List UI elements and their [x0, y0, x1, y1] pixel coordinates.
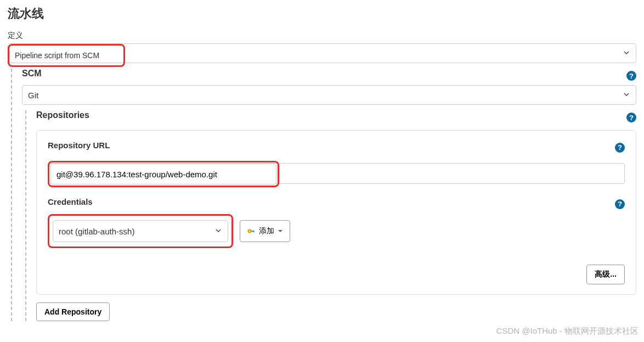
caret-down-icon — [278, 227, 283, 236]
help-icon[interactable]: ? — [626, 113, 636, 122]
credentials-label: Credentials — [48, 197, 93, 206]
section-title: 流水线 — [8, 5, 636, 22]
svg-point-1 — [249, 231, 250, 232]
key-icon — [247, 227, 256, 236]
svg-rect-3 — [253, 231, 255, 232]
credentials-select[interactable]: root (gitlab-auth-ssh) — [53, 220, 228, 242]
scm-select[interactable]: Git — [22, 85, 636, 105]
repositories-label: Repositories — [36, 110, 89, 120]
repo-url-input-bg — [48, 163, 625, 184]
help-icon[interactable]: ? — [615, 143, 625, 153]
svg-rect-4 — [252, 231, 253, 232]
watermark-text: CSDN @IoTHub - 物联网开源技术社区 — [496, 326, 639, 327]
help-icon[interactable]: ? — [615, 199, 625, 209]
add-repository-button[interactable]: Add Repository — [36, 302, 110, 321]
help-icon[interactable]: ? — [626, 71, 636, 81]
definition-select-highlight: Pipeline script from SCM — [12, 48, 121, 63]
add-credential-button[interactable]: 添加 — [240, 220, 290, 242]
advanced-button[interactable]: 高级... — [586, 265, 625, 284]
definition-label: 定义 — [8, 31, 636, 41]
scm-label: SCM — [22, 69, 42, 79]
repository-box: Repository URL ? Credentials ? — [36, 130, 636, 295]
definition-select-text: Pipeline script from SCM — [15, 51, 99, 60]
add-credential-label: 添加 — [259, 226, 274, 236]
repo-url-label: Repository URL — [48, 141, 110, 150]
